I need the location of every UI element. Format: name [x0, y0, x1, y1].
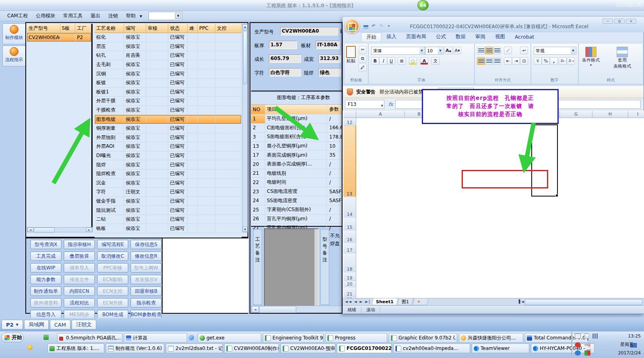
- ribbon-tab[interactable]: 公式: [431, 33, 451, 41]
- tray-clock[interactable]: 13:25 星期五 2017/2/24: [602, 332, 641, 357]
- paste-button[interactable]: 粘贴: [346, 46, 356, 64]
- process-row[interactable]: 阻焊检查 侯添宝 已编写: [95, 170, 242, 179]
- taskbar-button[interactable]: 制作规范 (Ver:1.0.6): [106, 344, 164, 353]
- menu-item[interactable]: 帮助: [122, 12, 140, 20]
- orientation-icon[interactable]: ⟋: [504, 47, 512, 54]
- wrap-text-icon[interactable]: ↩: [520, 47, 528, 54]
- action-button[interactable]: 接外调资料: [30, 298, 62, 308]
- sheet-nav-icons[interactable]: ◄◄ ◄ ► ►|: [343, 298, 372, 304]
- office-button[interactable]: [345, 19, 359, 33]
- process-row[interactable]: 图形电镀 侯添宝 已编写: [95, 115, 242, 124]
- process-row[interactable]: 沉金 侯添宝 已编写: [95, 179, 242, 188]
- ribbon-tab[interactable]: Acrobat: [510, 33, 539, 41]
- ribbon-tab[interactable]: 审阅: [471, 33, 490, 41]
- param-row[interactable]: 3 S面电镀面积(含孔... 178.80: [251, 132, 343, 142]
- process-row[interactable]: 铣板 侯添宝 已编写: [95, 224, 242, 233]
- excel-restore-button[interactable]: ⧉: [614, 19, 625, 24]
- product-column-header[interactable]: 生产型号: [27, 24, 60, 33]
- process-row[interactable]: 外层干膜 侯添宝 已编写: [95, 97, 242, 106]
- format-as-table-button[interactable]: 套用 表格格式: [613, 47, 631, 69]
- sidebar-module-button[interactable]: 制作模块: [2, 23, 26, 44]
- param-row[interactable]: 2 C面电镀面积(含孔... 166.69: [251, 124, 343, 133]
- process-column-header[interactable]: 工艺名称: [95, 24, 124, 33]
- row-header[interactable]: 17: [343, 243, 356, 253]
- process-vscrollbar[interactable]: ▲ ▼: [242, 24, 248, 232]
- action-button[interactable]: 传送文件: [64, 275, 95, 284]
- redo-icon[interactable]: ↷: [378, 23, 384, 29]
- sheet-tab[interactable]: Sheet1: [372, 298, 398, 305]
- action-button[interactable]: 流程对比: [64, 298, 95, 308]
- percent-button[interactable]: %: [542, 57, 550, 65]
- fx-icon[interactable]: fx: [388, 101, 393, 107]
- help-dropdown-arrow-icon[interactable]: ▾: [140, 12, 146, 20]
- process-row[interactable]: 钻孔 肖吉美 已编写: [95, 51, 242, 60]
- column-header[interactable]: A: [356, 111, 405, 118]
- action-button[interactable]: 回退审核B: [130, 286, 162, 296]
- ribbon-tab[interactable]: 开始: [361, 33, 382, 41]
- font-name-combo[interactable]: 宋体▼: [371, 47, 425, 55]
- param-row[interactable]: 20 表面最小完成铜厚(... /: [251, 160, 343, 169]
- tab-split-icon[interactable]: ▐ ◄: [517, 298, 524, 304]
- shrink-font-button[interactable]: A▾: [453, 47, 461, 54]
- row-header[interactable]: 15: [343, 217, 356, 230]
- action-button[interactable]: 指示审核H: [64, 240, 95, 249]
- format-painter-icon[interactable]: 🖉: [359, 64, 367, 71]
- scroll-up-icon[interactable]: ▲: [243, 24, 248, 30]
- process-row[interactable]: 板镀1 侯添宝 已编写: [95, 88, 242, 97]
- taskbar-button[interactable]: 兴森快捷衡阳分公司...: [459, 333, 523, 343]
- process-row[interactable]: 板镀 侯添宝 已编写: [95, 79, 242, 88]
- app-close-button[interactable]: ✕: [635, 2, 643, 7]
- taskbar-button[interactable]: Progress: [325, 333, 387, 343]
- app-maximize-button[interactable]: □: [626, 2, 634, 7]
- process-row[interactable]: 阻抗测试 侯添宝 已编写: [95, 206, 242, 215]
- row-header[interactable]: 18: [343, 253, 356, 272]
- action-button[interactable]: 发送指示V: [130, 275, 162, 284]
- taskbar-button[interactable]: cv2wh00ea0-Impeda...: [393, 344, 470, 353]
- material-field[interactable]: IT-180A: [316, 41, 340, 49]
- number-format-combo[interactable]: 常规▼: [534, 47, 576, 55]
- scroll-thumb[interactable]: [243, 31, 247, 84]
- row-header[interactable]: 19: [343, 272, 356, 281]
- excel-close-button[interactable]: ✕: [626, 19, 636, 24]
- taskbar-button[interactable]: [189, 333, 196, 342]
- qat-customize-icon[interactable]: ▾: [386, 23, 392, 29]
- product-column-header[interactable]: S板: [60, 24, 76, 33]
- action-button[interactable]: 编写流程E: [97, 240, 128, 249]
- taskbar-button[interactable]: TeamViewer: [472, 344, 529, 353]
- ribbon-tab[interactable]: 页面布局: [401, 33, 431, 41]
- ribbon-tab[interactable]: 视图: [490, 33, 510, 41]
- underline-button[interactable]: U: [387, 57, 395, 65]
- increase-indent-icon[interactable]: ⇥: [512, 57, 520, 65]
- process-row[interactable]: 字符 汪朝文 已编写: [95, 188, 242, 197]
- decrease-decimal-icon[interactable]: .0⇢: [567, 57, 575, 65]
- scroll-right-icon[interactable]: ►: [86, 228, 92, 232]
- param-row[interactable]: 22 电镀时间 /: [251, 178, 343, 187]
- merge-center-icon[interactable]: ⊡: [520, 57, 528, 65]
- process-notes-textarea[interactable]: [264, 228, 319, 307]
- process-column-header[interactable]: 状态: [168, 24, 188, 33]
- param-row[interactable]: 25 字麦朝向(CS面朝外) /: [251, 205, 343, 215]
- font-color-button[interactable]: A: [420, 57, 428, 65]
- quicklaunch-icon-2[interactable]: [27, 345, 33, 350]
- fill-color-button[interactable]: ◌: [409, 57, 417, 65]
- params-header-no[interactable]: NO: [251, 105, 265, 114]
- process-row[interactable]: 沉铜 侯添宝 已编写: [95, 69, 242, 79]
- tray-av-icon[interactable]: [584, 350, 590, 356]
- row-header[interactable]: 20: [343, 281, 356, 287]
- right-panel-hscrollbar[interactable]: ◄: [251, 306, 343, 313]
- action-button[interactable]: ECN升级: [97, 298, 128, 308]
- product-hscrollbar[interactable]: ◄ ►: [27, 227, 93, 232]
- align-right-icon[interactable]: [493, 57, 501, 65]
- combobox-arrow-icon[interactable]: ▼: [175, 13, 181, 19]
- decrease-indent-icon[interactable]: ⇤: [504, 57, 512, 65]
- action-button[interactable]: 工具完成: [30, 251, 62, 261]
- action-button[interactable]: 型号上网W: [130, 263, 162, 273]
- model-field[interactable]: CV2WH00EA0: [280, 27, 338, 35]
- conditional-formatting-button[interactable]: 条件格式 ▾: [582, 47, 600, 67]
- action-button[interactable]: 叠层验算: [64, 251, 95, 261]
- param-row[interactable]: 21 电镀线别 /: [251, 169, 343, 178]
- cut-icon[interactable]: ✂: [359, 46, 367, 54]
- action-button[interactable]: ECN文控: [97, 286, 128, 296]
- borders-button[interactable]: ⊞: [398, 57, 406, 65]
- row-header[interactable]: 12: [343, 118, 356, 126]
